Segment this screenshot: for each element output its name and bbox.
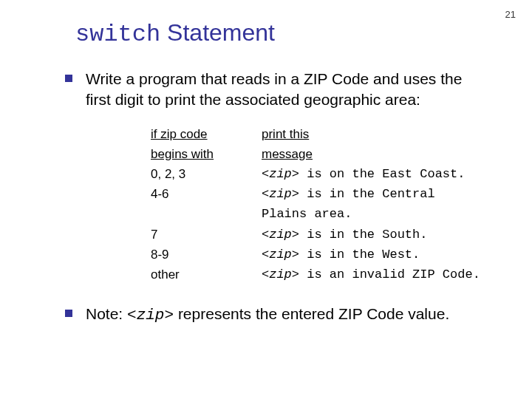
- zip-placeholder: <zip>: [262, 248, 299, 262]
- slide-title: switch Statement: [75, 19, 510, 48]
- square-bullet-icon: [65, 310, 72, 317]
- msg-text: is in the West.: [299, 248, 420, 262]
- msg-header-l2: message: [262, 144, 480, 164]
- zip-cell: 0, 2, 3: [151, 164, 262, 184]
- msg-text: is on the East Coast.: [299, 167, 465, 181]
- msg-cell: <zip> is in the South.: [262, 225, 480, 245]
- zip-placeholder: <zip>: [262, 167, 299, 181]
- table-row: 7 <zip> is in the South.: [151, 225, 480, 245]
- msg-text: is in the South.: [299, 228, 427, 242]
- msg-cell: <zip> is in the West.: [262, 245, 480, 265]
- zip-cell: 7: [151, 225, 262, 245]
- zip-cell: 4-6: [151, 184, 262, 224]
- msg-header-l1: print this: [262, 124, 480, 144]
- msg-cell: <zip> is an invalid ZIP Code.: [262, 265, 480, 284]
- zip-cell: other: [151, 265, 262, 284]
- zip-cell: 8-9: [151, 245, 262, 265]
- bullet-text: Write a program that reads in a ZIP Code…: [86, 69, 480, 111]
- note-pre: Note:: [86, 305, 127, 322]
- title-rest: Statement: [160, 19, 275, 46]
- zip-table: if zip code print this begins with messa…: [151, 124, 480, 285]
- msg-cell: <zip> is in the Central Plains area.: [262, 184, 480, 224]
- page-number: 21: [505, 9, 516, 20]
- zip-placeholder: <zip>: [262, 187, 299, 201]
- zip-header-l1: if zip code: [151, 124, 262, 144]
- slide: 21 switch Statement Write a program that…: [0, 0, 532, 399]
- table-row: 8-9 <zip> is in the West.: [151, 245, 480, 265]
- msg-cell: <zip> is on the East Coast.: [262, 164, 480, 184]
- table-header-row-1: if zip code print this: [151, 124, 480, 144]
- bullet-item: Note: <zip> represents the entered ZIP C…: [65, 304, 480, 326]
- zip-header-l2: begins with: [151, 144, 262, 164]
- bullet-text: Note: <zip> represents the entered ZIP C…: [86, 304, 449, 326]
- table-header-row-2: begins with message: [151, 144, 480, 164]
- table-row: 0, 2, 3 <zip> is on the East Coast.: [151, 164, 480, 184]
- table-row: 4-6 <zip> is in the Central Plains area.: [151, 184, 480, 224]
- note-post: represents the entered ZIP Code value.: [174, 305, 449, 322]
- zip-placeholder: <zip>: [127, 307, 174, 324]
- zip-placeholder: <zip>: [262, 228, 299, 242]
- bullet-item: Write a program that reads in a ZIP Code…: [65, 69, 480, 111]
- table-row: other <zip> is an invalid ZIP Code.: [151, 265, 480, 284]
- msg-text: is an invalid ZIP Code.: [299, 267, 480, 282]
- title-code: switch: [75, 21, 160, 48]
- square-bullet-icon: [65, 75, 72, 82]
- zip-placeholder: <zip>: [262, 267, 299, 282]
- bullet-list: Write a program that reads in a ZIP Code…: [65, 69, 480, 327]
